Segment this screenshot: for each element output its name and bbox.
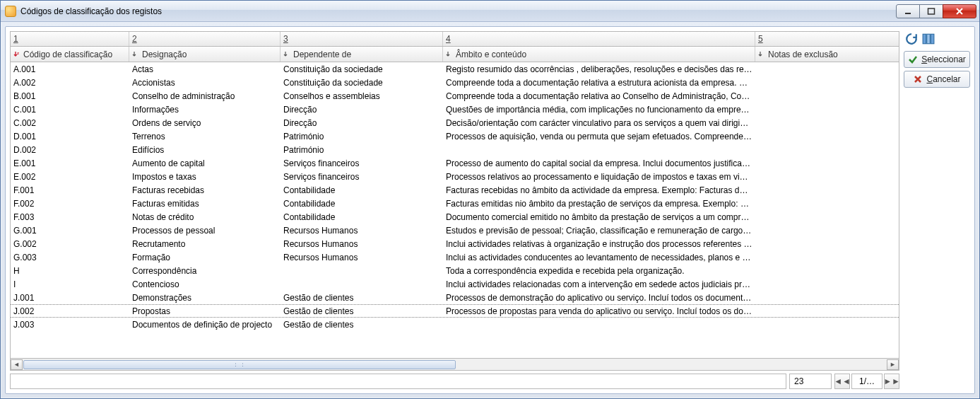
cell-dep: Contabilidade (281, 185, 443, 195)
cross-icon (913, 74, 923, 84)
columns-icon[interactable] (922, 33, 935, 45)
status-row: 23 ◄◄ 1/… ►► (10, 374, 899, 389)
table-row[interactable]: A.001ActasConstituição da sociedadeRegis… (11, 62, 899, 76)
cell-desig: Correspondência (129, 266, 281, 276)
scroll-left-button[interactable]: ◄ (11, 359, 23, 370)
sort-icon (283, 51, 290, 58)
cell-amb: Toda a correspondência expedida e recebi… (443, 266, 755, 276)
table-row[interactable]: F.001Facturas recebidasContabilidadeFact… (11, 183, 899, 197)
filter-input-2[interactable]: 2 (129, 32, 281, 46)
table-row[interactable]: G.001Processos de pessoalRecursos Humano… (11, 224, 899, 237)
close-button[interactable] (943, 4, 976, 18)
select-button-label: Seleccionar (921, 54, 966, 64)
grid-body[interactable]: A.001ActasConstituição da sociedadeRegis… (10, 62, 899, 359)
cell-amb: Decisão/orientação com carácter vinculat… (443, 118, 755, 128)
cell-dep: Conselhos e assembleias (281, 91, 443, 101)
filter-input-1[interactable]: 1 (11, 32, 129, 46)
cell-amb: Questões de importância média, com impli… (443, 105, 755, 115)
cell-code: G.001 (11, 226, 129, 236)
record-count: 23 (789, 374, 832, 389)
cell-desig: Impostos e taxas (129, 172, 281, 182)
column-header-notas-label: Notas de exclusão (768, 50, 838, 59)
cell-amb: Processos de aquisição, venda ou permuta… (443, 132, 755, 141)
cell-desig: Edifícios (129, 145, 281, 155)
scroll-track[interactable]: ：： (23, 359, 887, 370)
refresh-icon[interactable] (905, 33, 918, 45)
cell-desig: Recrutamento (129, 239, 281, 249)
cell-dep: Contabilidade (281, 212, 443, 222)
table-row[interactable]: E.001Aumento de capitalServiços financei… (11, 156, 899, 170)
table-row[interactable]: J.003Documentos de definição de projecto… (11, 318, 899, 331)
table-row[interactable]: IContenciosoInclui actividades relaciona… (11, 277, 899, 291)
table-row[interactable]: E.002Impostos e taxasServiços financeiro… (11, 170, 899, 183)
column-header-dep-label: Dependente de (293, 50, 351, 59)
column-header-amb[interactable]: Âmbito e conteúdo (443, 47, 755, 62)
filter-input-3[interactable]: 3 (281, 32, 443, 46)
cell-dep: Recursos Humanos (281, 239, 443, 249)
scroll-thumb[interactable]: ：： (23, 360, 456, 369)
table-row[interactable]: D.001TerrenosPatrimónioProcessos de aqui… (11, 129, 899, 143)
column-header-notas[interactable]: Notas de exclusão (755, 47, 899, 62)
pager-first-button[interactable]: ◄◄ (834, 374, 850, 389)
select-button[interactable]: Seleccionar (904, 51, 970, 68)
cell-amb: Compreende toda a documentação relativa … (443, 78, 755, 88)
table-row[interactable]: A.002AccionistasConstituição da sociedad… (11, 76, 899, 89)
cell-code: J.003 (11, 320, 129, 330)
cell-code: H (11, 266, 129, 276)
cell-code: F.003 (11, 212, 129, 222)
svg-rect-5 (931, 34, 934, 44)
column-header-desig-label: Designação (142, 50, 187, 59)
pager-next-button[interactable]: ►► (884, 374, 899, 389)
cell-dep: Património (281, 132, 443, 141)
cell-code: E.001 (11, 158, 129, 168)
table-row[interactable]: HCorrespondênciaToda a correspondência e… (11, 264, 899, 277)
table-row[interactable]: J.001DemonstraçõesGestão de clientesProc… (11, 291, 899, 304)
svg-rect-0 (905, 13, 911, 14)
cancel-button[interactable]: Cancelar (904, 71, 970, 88)
horizontal-scrollbar[interactable]: ◄ ：： ► (10, 359, 899, 371)
grid-area: 1 2 3 4 5 z Código de classificação (10, 31, 899, 389)
cell-amb: Inclui actividades relacionadas com a in… (443, 279, 755, 289)
titlebar[interactable]: Códigos de classificação dos registos (1, 1, 979, 22)
table-row[interactable]: G.002RecrutamentoRecursos HumanosInclui … (11, 237, 899, 250)
table-row[interactable]: C.002Ordens de serviçoDirecçãoDecisão/or… (11, 116, 899, 129)
table-row[interactable]: J.002PropostasGestão de clientesProcesso… (11, 304, 899, 318)
cell-code: B.001 (11, 91, 129, 101)
side-panel: Seleccionar Cancelar (904, 31, 970, 389)
app-icon (5, 6, 16, 17)
cell-desig: Facturas emitidas (129, 199, 281, 209)
cell-code: C.002 (11, 118, 129, 128)
cell-amb: Compreende toda a documentação relativa … (443, 91, 755, 101)
cell-code: I (11, 279, 129, 289)
cell-code: G.003 (11, 253, 129, 262)
scroll-right-button[interactable]: ► (887, 359, 899, 370)
column-header-code[interactable]: z Código de classificação (11, 47, 129, 62)
pager-page-display[interactable]: 1/… (851, 374, 882, 389)
table-row[interactable]: G.003FormaçãoRecursos HumanosInclui as a… (11, 250, 899, 264)
table-row[interactable]: F.003Notas de créditoContabilidadeDocume… (11, 210, 899, 224)
cell-code: A.002 (11, 78, 129, 88)
minimize-button[interactable] (896, 4, 920, 18)
cell-amb: Processos de demonstração do aplicativo … (443, 293, 755, 303)
cell-dep: Património (281, 145, 443, 155)
filter-input-4[interactable]: 4 (443, 32, 755, 46)
cell-desig: Terrenos (129, 132, 281, 141)
table-row[interactable]: F.002Facturas emitidasContabilidadeFactu… (11, 197, 899, 210)
cell-desig: Documentos de definição de projecto (129, 320, 281, 330)
cell-code: G.002 (11, 239, 129, 249)
cell-amb: Processos de propostas para venda do apl… (443, 306, 755, 316)
sort-icon (132, 51, 139, 58)
column-header-row: z Código de classificação Designação (10, 47, 899, 62)
filter-input-5[interactable]: 5 (755, 32, 899, 46)
sort-icon (758, 51, 765, 58)
window: Códigos de classificação dos registos 1 … (0, 0, 980, 399)
column-header-desig[interactable]: Designação (129, 47, 281, 62)
table-row[interactable]: C.001InformaçõesDirecçãoQuestões de impo… (11, 103, 899, 116)
cell-dep: Gestão de clientes (281, 306, 443, 316)
cell-dep: Constituição da sociedade (281, 64, 443, 74)
table-row[interactable]: B.001Conselho de administraçãoConselhos … (11, 89, 899, 103)
table-row[interactable]: D.002EdifíciosPatrimónio (11, 143, 899, 156)
maximize-button[interactable] (919, 4, 943, 18)
column-header-dep[interactable]: Dependente de (281, 47, 443, 62)
check-icon (908, 54, 918, 64)
